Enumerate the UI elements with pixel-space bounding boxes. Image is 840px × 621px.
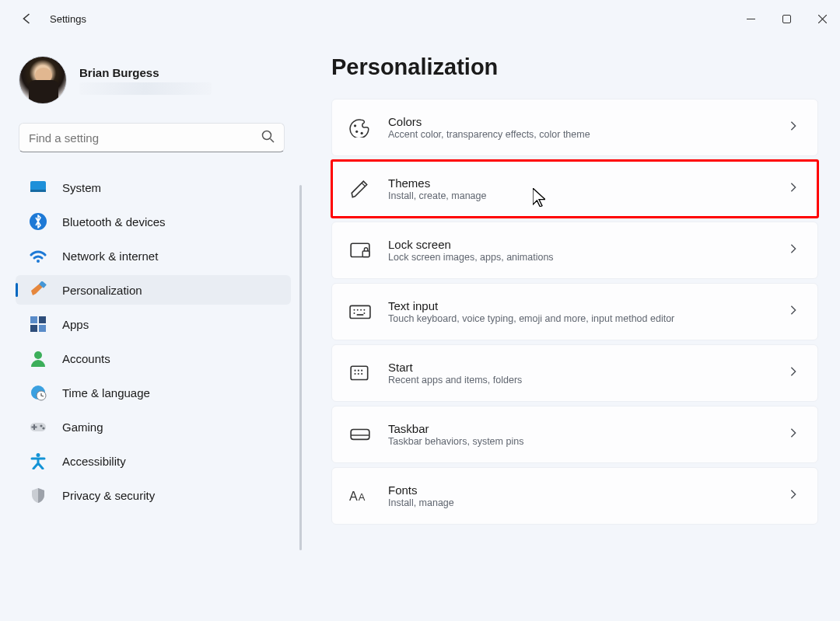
chevron-right-icon — [788, 243, 799, 257]
nav-item-label: Bluetooth & devices — [62, 215, 166, 229]
back-button[interactable] — [17, 9, 36, 28]
page-title: Personalization — [331, 54, 818, 80]
profile-email-redacted — [79, 82, 212, 95]
nav-item-apps[interactable]: Apps — [16, 309, 291, 339]
card-title: Start — [388, 361, 771, 374]
nav-item-privacy-security[interactable]: Privacy & security — [16, 480, 291, 510]
card-title: Colors — [388, 115, 771, 128]
card-subtitle: Install, create, manage — [388, 190, 771, 201]
card-subtitle: Taskbar behaviors, system pins — [388, 436, 771, 447]
shield-icon — [30, 487, 47, 504]
profile-name: Brian Burgess — [79, 66, 212, 79]
profile-block[interactable]: Brian Burgess — [0, 50, 303, 117]
chevron-right-icon — [788, 489, 799, 503]
search-input[interactable] — [29, 131, 261, 145]
card-subtitle: Install, manage — [388, 497, 771, 508]
nav-item-personalization[interactable]: Personalization — [16, 275, 291, 305]
card-lock-screen[interactable]: Lock screen Lock screen images, apps, an… — [331, 222, 818, 279]
chevron-right-icon — [788, 120, 799, 134]
person-icon — [30, 350, 47, 367]
window-controls — [733, 6, 840, 31]
lock-screen-icon — [349, 239, 371, 261]
nav-item-label: Privacy & security — [62, 489, 155, 502]
nav-item-gaming[interactable]: Gaming — [16, 412, 291, 441]
settings-card-list: Colors Accent color, transparency effect… — [331, 99, 818, 525]
card-themes[interactable]: Themes Install, create, manage — [331, 160, 818, 218]
search-box[interactable] — [19, 123, 285, 152]
fonts-icon — [349, 485, 371, 507]
nav-item-network-internet[interactable]: Network & internet — [16, 241, 291, 270]
keyboard-icon — [349, 301, 371, 323]
globe-clock-icon — [30, 384, 47, 401]
avatar — [19, 56, 67, 104]
card-text-input[interactable]: Text input Touch keyboard, voice typing,… — [331, 283, 818, 340]
card-taskbar[interactable]: Taskbar Taskbar behaviors, system pins — [331, 406, 818, 463]
card-subtitle: Lock screen images, apps, animations — [388, 252, 771, 263]
card-start[interactable]: Start Recent apps and items, folders — [331, 344, 818, 402]
taskbar-icon — [349, 424, 371, 445]
gamepad-icon — [30, 418, 47, 435]
card-colors[interactable]: Colors Accent color, transparency effect… — [331, 99, 818, 156]
card-title: Text input — [388, 299, 771, 312]
close-button[interactable] — [804, 6, 840, 31]
titlebar: Settings — [0, 0, 840, 37]
chevron-right-icon — [788, 366, 799, 380]
nav-item-label: Gaming — [62, 420, 103, 434]
nav-item-system[interactable]: System — [16, 173, 291, 202]
chevron-right-icon — [788, 427, 799, 441]
wifi-icon — [30, 247, 47, 264]
card-title: Taskbar — [388, 422, 771, 435]
card-subtitle: Accent color, transparency effects, colo… — [388, 129, 771, 140]
app-title: Settings — [50, 13, 86, 25]
search-icon — [261, 130, 275, 146]
nav-item-accounts[interactable]: Accounts — [16, 344, 291, 373]
brush-icon — [30, 281, 47, 298]
palette-icon — [349, 117, 371, 138]
nav-item-label: Accounts — [62, 352, 110, 365]
card-title: Lock screen — [388, 238, 771, 251]
apps-icon — [30, 316, 47, 333]
nav-item-accessibility[interactable]: Accessibility — [16, 446, 291, 476]
card-subtitle: Touch keyboard, voice typing, emoji and … — [388, 313, 771, 324]
nav-item-label: Accessibility — [62, 455, 126, 468]
nav-item-label: Time & language — [62, 386, 150, 399]
maximize-button[interactable] — [768, 6, 804, 31]
nav-item-label: Apps — [62, 318, 89, 331]
nav-item-label: Personalization — [62, 284, 142, 297]
scrollbar-indicator[interactable] — [299, 185, 302, 550]
accessibility-icon — [30, 452, 47, 469]
chevron-right-icon — [788, 305, 799, 319]
nav-item-label: Network & internet — [62, 249, 158, 263]
bluetooth-icon — [30, 213, 47, 230]
card-subtitle: Recent apps and items, folders — [388, 375, 771, 386]
nav-item-time-language[interactable]: Time & language — [16, 378, 291, 407]
main-content: Personalization Colors Accent color, tra… — [303, 37, 840, 621]
nav-item-bluetooth-devices[interactable]: Bluetooth & devices — [16, 207, 291, 236]
card-title: Fonts — [388, 483, 771, 497]
nav-item-label: System — [62, 181, 101, 194]
minimize-button[interactable] — [733, 6, 768, 31]
card-title: Themes — [388, 176, 771, 190]
card-fonts[interactable]: Fonts Install, manage — [331, 467, 818, 525]
sidebar: Brian Burgess System Bluetooth & devices… — [0, 37, 303, 621]
start-icon — [349, 362, 371, 384]
nav-list: System Bluetooth & devices Network & int… — [0, 168, 303, 515]
chevron-right-icon — [788, 182, 799, 196]
pen-icon — [349, 178, 371, 200]
display-icon — [30, 179, 47, 196]
